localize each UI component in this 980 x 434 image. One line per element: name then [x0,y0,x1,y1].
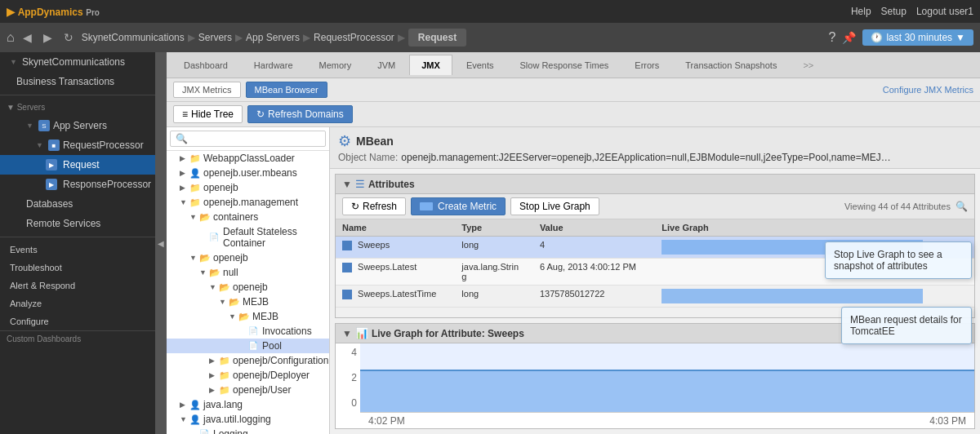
mbean-obj-label: Object Name: [338,152,398,163]
mbean-obj-value: openejb.management:J2EEServer=openejb,J2… [401,152,891,163]
tree-node-containers[interactable]: ▼ 📂 containers [167,210,329,224]
sidebar-item-skynet[interactable]: ▼ SkynetCommunications [0,52,155,72]
x-label-1: 4:02 PM [368,415,405,427]
folder-icon: 📂 [229,297,240,307]
refresh-icon: ↻ [351,201,359,212]
attr-name-sweeps: Sweeps [336,237,455,259]
sub-tab-bar: JMX Metrics MBean Browser Configure JMX … [167,78,980,102]
attr-value-sweeps-latest: 6 Aug, 2013 4:00:12 PM [533,259,655,286]
sidebar-item-requestprocessor[interactable]: ▼ ■ RequestProcessor [0,135,155,155]
back-button[interactable]: ◀ [20,29,35,46]
sidebar: ▼ SkynetCommunications Business Transact… [0,52,155,434]
sidebar-item-app-servers[interactable]: ▼ S App Servers [0,116,155,135]
tree-node-logging[interactable]: 📄 Logging [167,427,329,434]
expand-icon: ▼ [26,122,33,130]
tree-node-deployer[interactable]: ▶ 📁 openejb/Deployer [167,368,329,383]
sidebar-item-request[interactable]: ▶ Request [0,155,155,175]
tree-node-java-util-logging[interactable]: ▼ 👤 java.util.logging [167,412,329,427]
help-icon[interactable]: ? [828,30,835,45]
collapse-icon[interactable]: ▼ [342,179,352,190]
pushpin-icon[interactable]: 📌 [842,31,856,44]
tab-dashboard[interactable]: Dashboard [172,55,240,75]
breadcrumb-servers[interactable]: Servers [198,32,232,43]
breadcrumb-requestprocessor[interactable]: RequestProcessor [314,32,394,43]
sidebar-label: ResponseProcessor [63,179,151,190]
create-metric-button[interactable]: Create Metric [411,197,506,215]
sidebar-item-databases[interactable]: Databases [0,194,155,214]
sidebar-label: App Servers [53,120,107,131]
tab-jvm[interactable]: JVM [365,55,408,75]
tab-more[interactable]: >> [791,55,826,75]
tree-node-openejb[interactable]: ▶ 📁 openejb [167,180,329,195]
sidebar-item-analyze[interactable]: Analyze [0,294,155,312]
metric-icon [420,202,433,210]
top-bar-left: ▶ AppDynamics Pro [7,6,100,18]
attr-icon [342,263,352,272]
tab-jmx[interactable]: JMX [409,55,452,75]
refresh-button[interactable]: ↻ Refresh [342,197,406,215]
logout-link[interactable]: Logout user1 [916,6,973,17]
timerange-button[interactable]: 🕐 last 30 minutes ▼ [862,29,973,46]
tree-node-null[interactable]: ▼ 📂 null [167,265,329,280]
tree-node-openejb-management[interactable]: ▼ 📁 openejb.management [167,195,329,210]
tree-node-openejb2[interactable]: ▼ 📂 openejb [167,250,329,265]
refresh-icon: ↻ [64,31,74,44]
tab-slow-response[interactable]: Slow Response Times [508,55,621,75]
tree-node-configuration[interactable]: ▶ 📁 openejb/ConfigurationI [167,353,329,368]
nav-bar: ⌂ ◀ ▶ ↻ SkynetCommunications ▶ Servers ▶… [0,23,980,52]
breadcrumb-skynet[interactable]: SkynetCommunications [82,32,185,43]
tab-memory[interactable]: Memory [307,55,364,75]
tab-hardware[interactable]: Hardware [242,55,305,75]
file-icon: 📄 [199,429,211,434]
tree-node-mejb2[interactable]: ▼ 📂 MEJB [167,309,329,324]
server-icon: ■ [48,140,60,151]
hide-tree-button[interactable]: ≡ Hide Tree [173,105,243,123]
folder-icon: 📂 [238,312,250,321]
tree-node-webappclassloader[interactable]: ▶ 📁 WebappClassLoader [167,151,329,166]
tree-node-pool[interactable]: 📄 Pool [167,339,329,353]
help-link[interactable]: Help [851,6,871,17]
tree-node-invocations[interactable]: 📄 Invocations [167,324,329,339]
x-axis: 4:02 PM 4:03 PM [360,412,974,428]
sidebar-item-troubleshoot[interactable]: Troubleshoot [0,259,155,277]
collapse-icon[interactable]: ▼ [342,328,352,339]
tab-transaction-snapshots[interactable]: Transaction Snapshots [673,55,789,75]
subtab-mbean-browser[interactable]: MBean Browser [246,82,327,98]
tree-node-mejb1[interactable]: ▼ 📂 MEJB [167,294,329,309]
forward-button[interactable]: ▶ [40,29,56,46]
tree-node-java-lang[interactable]: ▶ 👤 java.lang [167,397,329,412]
tree-node-user[interactable]: ▶ 📁 openejb/User [167,383,329,397]
tree-node-default-stateless[interactable]: 📄 Default Stateless Container [167,224,329,250]
table-row[interactable]: Sweeps.LatestTime long 1375785012722 [336,286,974,308]
sidebar-item-remote-services[interactable]: Remote Services [0,214,155,233]
viewing-count: Viewing 44 of 44 Attributes [844,202,951,211]
file-icon: 📄 [248,341,260,351]
file-icon: 📄 [209,232,220,242]
tree-node-openejb3[interactable]: ▼ 📂 openejb [167,280,329,294]
tab-events[interactable]: Events [454,55,506,75]
sidebar-item-alert[interactable]: Alert & Respond [0,277,155,294]
setup-link[interactable]: Setup [881,6,906,17]
home-button[interactable]: ⌂ [7,30,15,45]
sidebar-item-business-transactions[interactable]: Business Transactions [0,72,155,91]
tree-node-openejb-user-mbeans[interactable]: ▶ 👤 openejb.user.mbeans [167,166,329,180]
stop-live-graph-button[interactable]: Stop Live Graph [510,197,599,215]
breadcrumb-app-servers[interactable]: App Servers [246,32,300,43]
nav-right: ? 📌 🕐 last 30 minutes ▼ [828,29,973,46]
tree-search-input[interactable] [170,131,326,147]
tab-errors[interactable]: Errors [622,55,671,75]
callout-text: Stop Live Graph to see a snapshot of att… [834,249,963,272]
sidebar-item-events[interactable]: Events [0,241,155,259]
refresh-domains-button[interactable]: ↻ Refresh Domains [247,105,353,123]
y-axis: 4 2 0 [336,343,360,412]
sidebar-label: Request [63,159,100,170]
sidebar-custom-dashboards[interactable]: Custom Dashboards [0,331,155,347]
col-value: Value [533,219,655,237]
attributes-toolbar: ↻ Refresh Create Metric Stop Live Graph … [336,194,974,219]
mbean-header: ⚙ MBean Object Name: openejb.management:… [330,127,980,169]
sidebar-toggle[interactable]: ◀ [155,52,167,434]
subtab-jmx-metrics[interactable]: JMX Metrics [173,82,241,98]
sidebar-item-responseprocessor[interactable]: ▶ ResponseProcessor [0,175,155,194]
configure-jmx-link[interactable]: Configure JMX Metrics [883,85,973,95]
sidebar-item-configure[interactable]: Configure [0,312,155,330]
